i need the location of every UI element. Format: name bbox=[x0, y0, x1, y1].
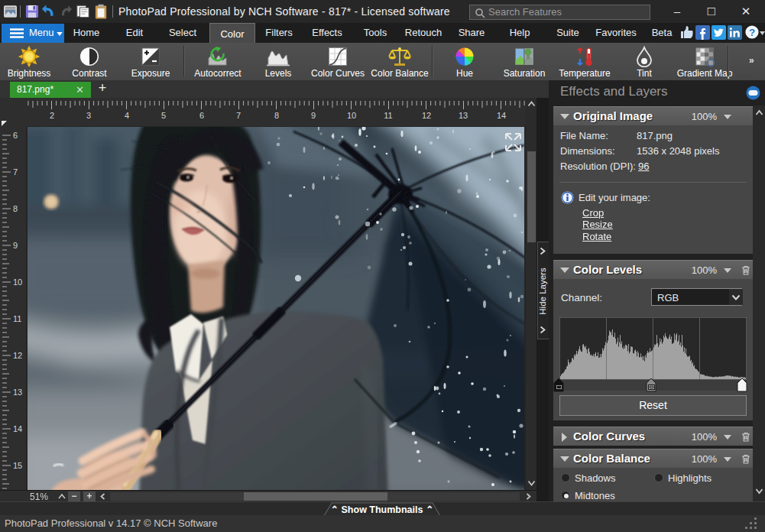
svg-text:12: 12 bbox=[422, 111, 431, 120]
svg-text:13: 13 bbox=[459, 111, 468, 120]
svg-text:14: 14 bbox=[13, 424, 22, 433]
svg-text:6: 6 bbox=[13, 131, 18, 140]
svg-text:?: ? bbox=[749, 27, 755, 38]
svg-text:3: 3 bbox=[86, 111, 91, 120]
svg-text:11: 11 bbox=[384, 111, 392, 120]
svg-text:14: 14 bbox=[497, 111, 506, 120]
svg-text:2: 2 bbox=[50, 111, 54, 120]
svg-text:7: 7 bbox=[236, 111, 241, 120]
svg-text:6: 6 bbox=[199, 111, 204, 120]
svg-text:7: 7 bbox=[13, 167, 18, 177]
svg-text:5: 5 bbox=[161, 111, 166, 120]
svg-text:4: 4 bbox=[125, 111, 129, 120]
svg-text:15: 15 bbox=[13, 461, 22, 470]
svg-text:9: 9 bbox=[311, 111, 316, 120]
svg-text:8: 8 bbox=[13, 204, 18, 213]
svg-text:13: 13 bbox=[13, 388, 22, 397]
svg-text:9: 9 bbox=[13, 241, 18, 250]
svg-text:8: 8 bbox=[274, 111, 279, 120]
svg-text:12: 12 bbox=[13, 351, 22, 360]
svg-text:11: 11 bbox=[13, 314, 21, 323]
svg-text:10: 10 bbox=[347, 111, 356, 120]
svg-text:10: 10 bbox=[13, 277, 22, 287]
